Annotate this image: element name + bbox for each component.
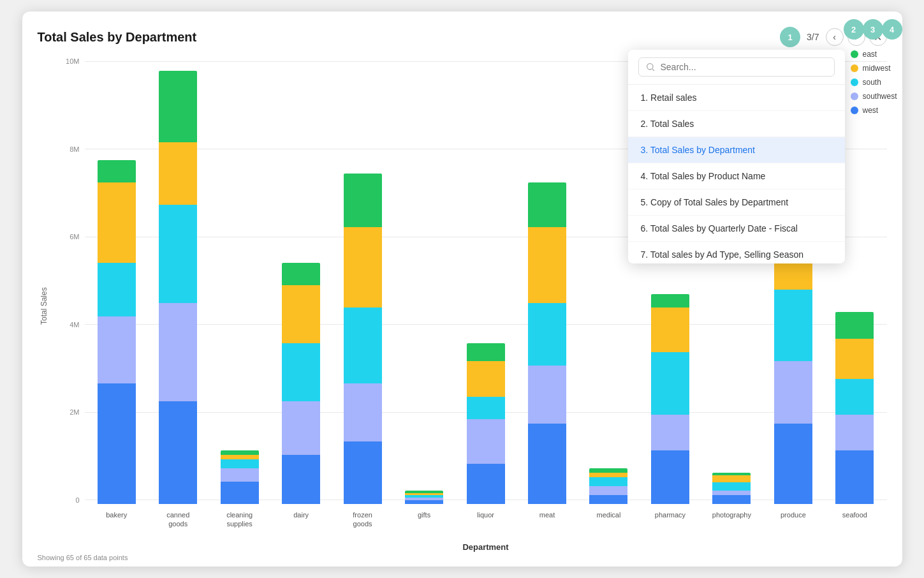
bar-segment-medical-southwest bbox=[589, 486, 627, 495]
bar-segment-canned goods-southwest bbox=[159, 303, 197, 401]
bar-segment-dairy-south bbox=[282, 343, 320, 401]
nav-badge-3[interactable]: 3 bbox=[863, 19, 883, 40]
legend-label-east: east bbox=[862, 50, 877, 59]
dashboard-card: Total Sales by Department 1 3/7 ‹ › ✕ 2 … bbox=[22, 11, 902, 567]
bar-group-gifts bbox=[397, 57, 451, 504]
bar-segment-frozen goods-south bbox=[344, 308, 382, 383]
dropdown-item-2[interactable]: 2. Total Sales bbox=[628, 111, 845, 137]
data-points-note: Showing 65 of 65 data points bbox=[38, 554, 128, 561]
bar-segment-pharmacy-east bbox=[651, 294, 689, 308]
bar-segment-pharmacy-midwest bbox=[651, 308, 689, 352]
bar-segment-meat-east bbox=[528, 182, 566, 227]
x-axis-title: Department bbox=[85, 542, 887, 552]
dropdown-item-4[interactable]: 4. Total Sales by Product Name bbox=[628, 163, 845, 189]
gridline-label-2m: 2M bbox=[53, 408, 85, 416]
bar-group-cleaning supplies bbox=[212, 57, 266, 504]
legend-label-southwest: southwest bbox=[862, 92, 897, 101]
bar-segment-dairy-west bbox=[282, 455, 320, 504]
nav-badge-2[interactable]: 2 bbox=[844, 19, 864, 40]
bar-segment-dairy-southwest bbox=[282, 401, 320, 455]
bar-segment-frozen goods-west bbox=[344, 441, 382, 504]
bar-segment-cleaning supplies-south bbox=[221, 459, 259, 468]
legend-label-south: south bbox=[862, 78, 881, 87]
search-box bbox=[628, 50, 845, 85]
dropdown-panel: 1. Retail sales2. Total Sales3. Total Sa… bbox=[628, 50, 845, 263]
legend-item-midwest: midwest bbox=[851, 64, 897, 73]
bar-segment-canned goods-south bbox=[159, 205, 197, 303]
bar-segment-medical-south bbox=[589, 477, 627, 486]
legend-dot-east bbox=[851, 50, 858, 58]
bar-segment-photography-west bbox=[712, 495, 751, 504]
bar-segment-bakery-southwest bbox=[98, 316, 136, 383]
dropdown-item-7[interactable]: 7. Total sales by Ad Type, Selling Seaso… bbox=[628, 242, 845, 263]
bar-segment-bakery-west bbox=[98, 383, 136, 504]
bar-segment-meat-west bbox=[528, 424, 566, 504]
bar-segment-photography-southwest bbox=[712, 491, 751, 495]
bar-segment-medical-west bbox=[589, 495, 627, 504]
x-label-frozen goods: frozen goods bbox=[335, 510, 389, 529]
chart-title: Total Sales by Department bbox=[38, 30, 197, 45]
bar-segment-cleaning supplies-midwest bbox=[221, 455, 259, 459]
bar-segment-produce-southwest bbox=[774, 361, 812, 424]
search-inner bbox=[638, 57, 835, 77]
gridline-label-4m: 4M bbox=[53, 321, 85, 329]
bar-segment-seafood-west bbox=[835, 450, 874, 504]
bar-segment-canned goods-east bbox=[159, 71, 197, 142]
bar-segment-liquor-east bbox=[467, 343, 505, 361]
nav-prev-button[interactable]: ‹ bbox=[826, 28, 844, 46]
legend-dot-southwest bbox=[851, 93, 858, 100]
gridline-label-0: 0 bbox=[53, 496, 85, 504]
dropdown-items: 1. Retail sales2. Total Sales3. Total Sa… bbox=[628, 85, 845, 263]
bar-segment-meat-midwest bbox=[528, 227, 566, 303]
bar-group-bakery bbox=[90, 57, 143, 504]
bar-group-dairy bbox=[274, 57, 328, 504]
bar-group-frozen goods bbox=[335, 57, 389, 504]
bar-segment-pharmacy-southwest bbox=[651, 415, 689, 450]
x-label-gifts: gifts bbox=[397, 510, 451, 529]
bar-segment-cleaning supplies-east bbox=[221, 450, 259, 455]
bar-segment-liquor-south bbox=[467, 397, 505, 419]
nav-badge-4[interactable]: 4 bbox=[882, 19, 902, 40]
bar-segment-pharmacy-west bbox=[651, 450, 689, 504]
legend-dot-south bbox=[851, 78, 858, 86]
bar-segment-bakery-south bbox=[98, 263, 136, 316]
x-label-photography: photography bbox=[705, 510, 758, 529]
bar-segment-produce-south bbox=[774, 290, 812, 361]
bar-segment-frozen goods-east bbox=[344, 174, 382, 227]
bar-segment-liquor-west bbox=[467, 464, 505, 504]
bar-segment-seafood-east bbox=[835, 312, 874, 339]
legend-item-southwest: southwest bbox=[851, 92, 897, 101]
chart-header: Total Sales by Department 1 3/7 ‹ › ✕ 2 … bbox=[38, 27, 887, 47]
x-label-meat: meat bbox=[520, 510, 574, 529]
dropdown-item-5[interactable]: 5. Copy of Total Sales by Department bbox=[628, 189, 845, 216]
bar-segment-pharmacy-south bbox=[651, 352, 689, 415]
bar-segment-dairy-east bbox=[282, 263, 320, 285]
bar-segment-photography-midwest bbox=[712, 475, 751, 482]
bar-segment-gifts-west bbox=[405, 500, 443, 504]
bar-segment-cleaning supplies-west bbox=[221, 482, 259, 504]
legend-label-west: west bbox=[862, 106, 878, 115]
bar-segment-liquor-southwest bbox=[467, 419, 505, 464]
legend: eastmidwestsouthsouthwestwest bbox=[851, 50, 897, 115]
bar-segment-bakery-midwest bbox=[98, 182, 136, 263]
dropdown-item-1[interactable]: 1. Retail sales bbox=[628, 85, 845, 111]
bar-segment-photography-south bbox=[712, 482, 751, 491]
bar-segment-frozen goods-southwest bbox=[344, 383, 382, 441]
bar-segment-seafood-south bbox=[835, 379, 874, 415]
search-input[interactable] bbox=[661, 62, 828, 72]
x-label-canned goods: canned goods bbox=[151, 510, 205, 529]
gridline-label-10m: 10M bbox=[53, 57, 85, 65]
bar-segment-bakery-east bbox=[98, 160, 136, 182]
nav-controls: 1 3/7 ‹ › ✕ 2 3 4 bbox=[780, 27, 886, 47]
x-label-dairy: dairy bbox=[274, 510, 328, 529]
dropdown-item-6[interactable]: 6. Total Sales by Quarterly Date - Fisca… bbox=[628, 216, 845, 242]
nav-badge-1[interactable]: 1 bbox=[780, 27, 800, 47]
x-label-liquor: liquor bbox=[458, 510, 512, 529]
bar-group-meat bbox=[520, 57, 574, 504]
svg-line-1 bbox=[652, 69, 654, 71]
bar-group-liquor bbox=[458, 57, 512, 504]
x-label-bakery: bakery bbox=[90, 510, 143, 529]
dropdown-item-3[interactable]: 3. Total Sales by Department bbox=[628, 137, 845, 163]
x-label-pharmacy: pharmacy bbox=[643, 510, 697, 529]
bar-segment-medical-midwest bbox=[589, 473, 627, 477]
